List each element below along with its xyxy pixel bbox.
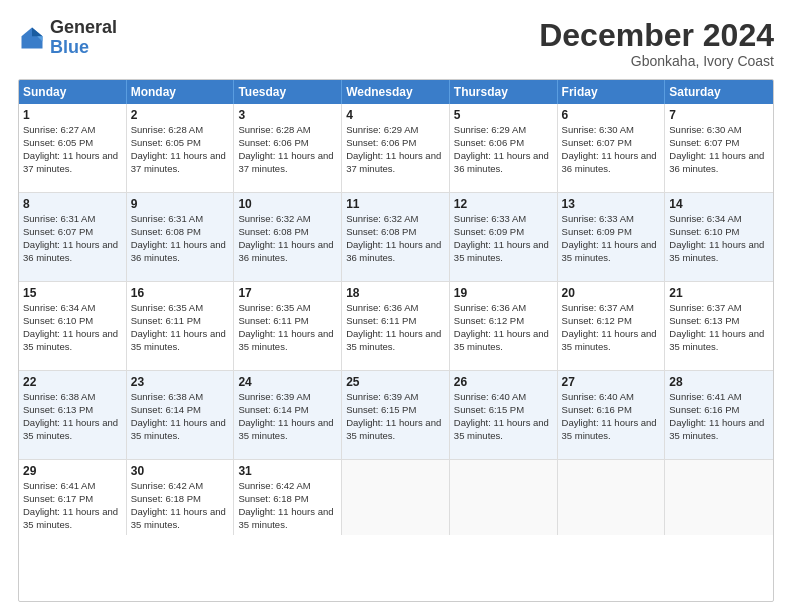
calendar-cell: 4Sunrise: 6:29 AMSunset: 6:06 PMDaylight… [342, 104, 450, 192]
calendar-cell: 14Sunrise: 6:34 AMSunset: 6:10 PMDayligh… [665, 193, 773, 281]
day-number: 6 [562, 107, 661, 123]
daylight-text: Daylight: 11 hours and 36 minutes. [238, 239, 333, 263]
sunrise-text: Sunrise: 6:28 AM [238, 124, 310, 135]
sunset-text: Sunset: 6:12 PM [562, 315, 632, 326]
calendar-cell: 27Sunrise: 6:40 AMSunset: 6:16 PMDayligh… [558, 371, 666, 459]
day-number: 16 [131, 285, 230, 301]
calendar-cell: 2Sunrise: 6:28 AMSunset: 6:05 PMDaylight… [127, 104, 235, 192]
calendar-cell: 13Sunrise: 6:33 AMSunset: 6:09 PMDayligh… [558, 193, 666, 281]
daylight-text: Daylight: 11 hours and 35 minutes. [346, 417, 441, 441]
sunset-text: Sunset: 6:13 PM [669, 315, 739, 326]
sunset-text: Sunset: 6:07 PM [23, 226, 93, 237]
day-number: 17 [238, 285, 337, 301]
sunrise-text: Sunrise: 6:32 AM [346, 213, 418, 224]
sunset-text: Sunset: 6:06 PM [346, 137, 416, 148]
sunrise-text: Sunrise: 6:40 AM [562, 391, 634, 402]
daylight-text: Daylight: 11 hours and 35 minutes. [131, 328, 226, 352]
sunrise-text: Sunrise: 6:41 AM [23, 480, 95, 491]
sunrise-text: Sunrise: 6:36 AM [346, 302, 418, 313]
daylight-text: Daylight: 11 hours and 35 minutes. [23, 506, 118, 530]
calendar-cell: 22Sunrise: 6:38 AMSunset: 6:13 PMDayligh… [19, 371, 127, 459]
sunrise-text: Sunrise: 6:33 AM [562, 213, 634, 224]
calendar-row: 29Sunrise: 6:41 AMSunset: 6:17 PMDayligh… [19, 460, 773, 535]
sunset-text: Sunset: 6:10 PM [669, 226, 739, 237]
daylight-text: Daylight: 11 hours and 35 minutes. [669, 328, 764, 352]
sunset-text: Sunset: 6:15 PM [346, 404, 416, 415]
sunset-text: Sunset: 6:09 PM [562, 226, 632, 237]
daylight-text: Daylight: 11 hours and 35 minutes. [23, 328, 118, 352]
sunrise-text: Sunrise: 6:37 AM [562, 302, 634, 313]
logo-icon [18, 24, 46, 52]
calendar-cell: 8Sunrise: 6:31 AMSunset: 6:07 PMDaylight… [19, 193, 127, 281]
calendar-header-cell: Friday [558, 80, 666, 104]
sunrise-text: Sunrise: 6:29 AM [346, 124, 418, 135]
calendar-cell: 6Sunrise: 6:30 AMSunset: 6:07 PMDaylight… [558, 104, 666, 192]
day-number: 18 [346, 285, 445, 301]
sunset-text: Sunset: 6:05 PM [131, 137, 201, 148]
sunrise-text: Sunrise: 6:30 AM [669, 124, 741, 135]
calendar-row: 15Sunrise: 6:34 AMSunset: 6:10 PMDayligh… [19, 282, 773, 371]
sunset-text: Sunset: 6:08 PM [238, 226, 308, 237]
day-number: 27 [562, 374, 661, 390]
sunset-text: Sunset: 6:14 PM [131, 404, 201, 415]
daylight-text: Daylight: 11 hours and 36 minutes. [131, 239, 226, 263]
sunrise-text: Sunrise: 6:38 AM [131, 391, 203, 402]
sunrise-text: Sunrise: 6:35 AM [238, 302, 310, 313]
page: General Blue December 2024 Gbonkaha, Ivo… [0, 0, 792, 612]
day-number: 8 [23, 196, 122, 212]
daylight-text: Daylight: 11 hours and 36 minutes. [669, 150, 764, 174]
sunrise-text: Sunrise: 6:32 AM [238, 213, 310, 224]
sunset-text: Sunset: 6:06 PM [454, 137, 524, 148]
day-number: 28 [669, 374, 769, 390]
daylight-text: Daylight: 11 hours and 35 minutes. [454, 417, 549, 441]
daylight-text: Daylight: 11 hours and 35 minutes. [131, 417, 226, 441]
daylight-text: Daylight: 11 hours and 35 minutes. [454, 328, 549, 352]
calendar-cell: 21Sunrise: 6:37 AMSunset: 6:13 PMDayligh… [665, 282, 773, 370]
sunset-text: Sunset: 6:08 PM [346, 226, 416, 237]
sunrise-text: Sunrise: 6:30 AM [562, 124, 634, 135]
day-number: 5 [454, 107, 553, 123]
sunrise-text: Sunrise: 6:28 AM [131, 124, 203, 135]
daylight-text: Daylight: 11 hours and 35 minutes. [454, 239, 549, 263]
calendar-cell [450, 460, 558, 535]
calendar-cell: 20Sunrise: 6:37 AMSunset: 6:12 PMDayligh… [558, 282, 666, 370]
calendar-header-cell: Monday [127, 80, 235, 104]
sunrise-text: Sunrise: 6:27 AM [23, 124, 95, 135]
day-number: 24 [238, 374, 337, 390]
calendar-cell: 18Sunrise: 6:36 AMSunset: 6:11 PMDayligh… [342, 282, 450, 370]
month-title: December 2024 [539, 18, 774, 53]
day-number: 22 [23, 374, 122, 390]
sunset-text: Sunset: 6:11 PM [131, 315, 201, 326]
sunset-text: Sunset: 6:07 PM [562, 137, 632, 148]
daylight-text: Daylight: 11 hours and 35 minutes. [131, 506, 226, 530]
sunset-text: Sunset: 6:06 PM [238, 137, 308, 148]
calendar-cell: 28Sunrise: 6:41 AMSunset: 6:16 PMDayligh… [665, 371, 773, 459]
day-number: 13 [562, 196, 661, 212]
calendar-cell: 5Sunrise: 6:29 AMSunset: 6:06 PMDaylight… [450, 104, 558, 192]
calendar-cell: 23Sunrise: 6:38 AMSunset: 6:14 PMDayligh… [127, 371, 235, 459]
daylight-text: Daylight: 11 hours and 35 minutes. [669, 239, 764, 263]
daylight-text: Daylight: 11 hours and 37 minutes. [131, 150, 226, 174]
svg-marker-1 [32, 27, 43, 36]
day-number: 30 [131, 463, 230, 479]
daylight-text: Daylight: 11 hours and 35 minutes. [238, 506, 333, 530]
day-number: 15 [23, 285, 122, 301]
sunset-text: Sunset: 6:14 PM [238, 404, 308, 415]
location: Gbonkaha, Ivory Coast [539, 53, 774, 69]
sunrise-text: Sunrise: 6:34 AM [23, 302, 95, 313]
day-number: 4 [346, 107, 445, 123]
calendar-header-cell: Tuesday [234, 80, 342, 104]
calendar-header-cell: Thursday [450, 80, 558, 104]
calendar-header: SundayMondayTuesdayWednesdayThursdayFrid… [19, 80, 773, 104]
calendar-cell: 3Sunrise: 6:28 AMSunset: 6:06 PMDaylight… [234, 104, 342, 192]
daylight-text: Daylight: 11 hours and 35 minutes. [562, 239, 657, 263]
title-block: December 2024 Gbonkaha, Ivory Coast [539, 18, 774, 69]
day-number: 29 [23, 463, 122, 479]
sunset-text: Sunset: 6:11 PM [346, 315, 416, 326]
daylight-text: Daylight: 11 hours and 35 minutes. [562, 328, 657, 352]
sunset-text: Sunset: 6:09 PM [454, 226, 524, 237]
calendar-cell: 17Sunrise: 6:35 AMSunset: 6:11 PMDayligh… [234, 282, 342, 370]
sunset-text: Sunset: 6:13 PM [23, 404, 93, 415]
calendar-cell: 11Sunrise: 6:32 AMSunset: 6:08 PMDayligh… [342, 193, 450, 281]
daylight-text: Daylight: 11 hours and 36 minutes. [346, 239, 441, 263]
